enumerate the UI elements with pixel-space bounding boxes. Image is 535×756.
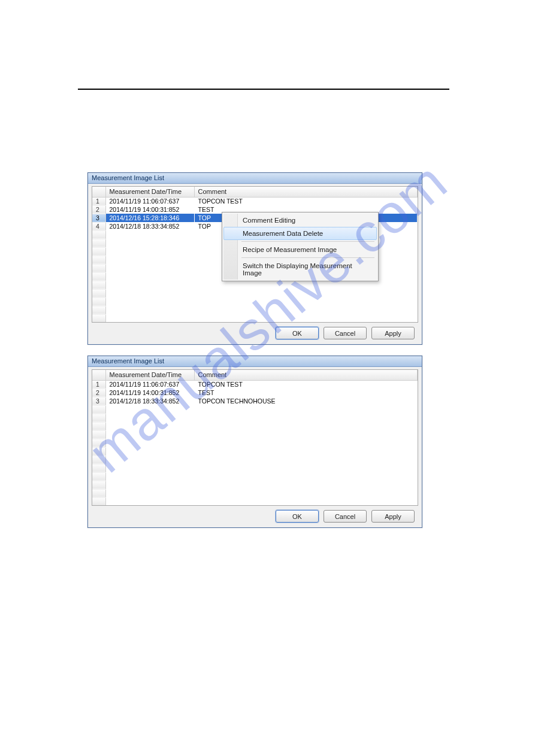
table-row-empty: . xyxy=(92,447,418,456)
col-header-date[interactable]: Measurement Date/Time xyxy=(105,370,194,380)
measurement-image-list-dialog-bottom: Measurement Image List Measurement Date/… xyxy=(87,356,422,528)
ok-button[interactable]: OK xyxy=(276,510,319,523)
image-list-table-wrap[interactable]: Measurement Date/Time Comment 1 2014/11/… xyxy=(92,369,418,506)
table-row-empty: . xyxy=(92,422,418,430)
menu-item-switch-displaying-image[interactable]: Switch the Displaying Measurement Image xyxy=(223,259,377,280)
cell-comment: TEST xyxy=(194,388,418,397)
cell-rownum: 3 xyxy=(92,214,105,222)
context-menu[interactable]: Comment Editing Measurement Data Delete … xyxy=(222,212,379,281)
table-row[interactable]: 1 2014/11/19 11:06:07:637 TOPCON TEST xyxy=(92,380,418,388)
menu-separator xyxy=(241,241,374,242)
menu-separator xyxy=(241,257,374,258)
table-row-empty: . xyxy=(92,405,418,414)
col-header-rownum[interactable] xyxy=(92,187,105,197)
cell-rownum: 2 xyxy=(92,388,105,397)
table-row-empty: . xyxy=(92,464,418,472)
table-row-empty: . xyxy=(92,297,418,306)
cancel-button[interactable]: Cancel xyxy=(324,510,367,523)
cell-rownum: 1 xyxy=(92,197,105,205)
table-row-empty: . xyxy=(92,314,418,323)
cell-comment: TOPCON TEST xyxy=(194,197,418,205)
table-row-empty: . xyxy=(92,439,418,447)
cell-date: 2014/11/19 11:06:07:637 xyxy=(105,197,194,205)
apply-button[interactable]: Apply xyxy=(371,327,415,339)
dialog-button-row: OK Cancel Apply xyxy=(276,327,415,339)
cell-date: 2014/12/18 18:33:34:852 xyxy=(105,222,194,230)
cell-rownum: 3 xyxy=(92,397,105,405)
cell-date: 2014/11/19 14:00:31:852 xyxy=(105,205,194,214)
apply-button[interactable]: Apply xyxy=(371,510,415,523)
image-list-table: Measurement Date/Time Comment 1 2014/11/… xyxy=(92,370,418,506)
cell-date: 2014/12/16 15:28:18:346 xyxy=(105,214,194,222)
cell-comment: TOPCON TECHNOHOUSE xyxy=(194,397,418,405)
cell-date: 2014/11/19 11:06:07:637 xyxy=(105,380,194,388)
dialog-title: Measurement Image List xyxy=(88,173,422,184)
col-header-date[interactable]: Measurement Date/Time xyxy=(105,187,194,197)
table-row[interactable]: 3 2014/12/18 18:33:34:852 TOPCON TECHNOH… xyxy=(92,397,418,405)
table-row-empty: . xyxy=(92,497,418,506)
table-row-empty: . xyxy=(92,472,418,481)
cancel-button[interactable]: Cancel xyxy=(324,327,367,339)
table-row-empty: . xyxy=(92,481,418,489)
cell-rownum: 2 xyxy=(92,205,105,214)
col-header-comment[interactable]: Comment xyxy=(194,187,418,197)
page-horizontal-rule xyxy=(78,89,449,90)
table-row-empty: . xyxy=(92,456,418,464)
table-row-empty: . xyxy=(92,306,418,314)
menu-item-measurement-data-delete[interactable]: Measurement Data Delete xyxy=(223,227,377,240)
menu-item-recipe-measurement-image[interactable]: Recipe of Measurement Image xyxy=(223,243,377,256)
table-row[interactable]: 2 2014/11/19 14:00:31:852 TEST xyxy=(92,388,418,397)
table-row[interactable]: 1 2014/11/19 11:06:07:637 TOPCON TEST xyxy=(92,197,418,205)
table-row-empty: . xyxy=(92,281,418,289)
table-row-empty: . xyxy=(92,430,418,439)
dialog-body: Measurement Date/Time Comment 1 2014/11/… xyxy=(88,367,422,506)
cell-rownum: 1 xyxy=(92,380,105,388)
table-row-empty: . xyxy=(92,489,418,497)
col-header-comment[interactable]: Comment xyxy=(194,370,418,380)
table-row-empty: . xyxy=(92,414,418,422)
cell-date: 2014/11/19 14:00:31:852 xyxy=(105,388,194,397)
dialog-title: Measurement Image List xyxy=(88,356,422,367)
table-row-empty: . xyxy=(92,289,418,297)
ok-button[interactable]: OK xyxy=(276,327,319,339)
cell-comment: TOPCON TEST xyxy=(194,380,418,388)
dialog-button-row: OK Cancel Apply xyxy=(276,510,415,523)
cell-date: 2014/12/18 18:33:34:852 xyxy=(105,397,194,405)
col-header-rownum[interactable] xyxy=(92,370,105,380)
cell-rownum: 4 xyxy=(92,222,105,230)
menu-item-comment-editing[interactable]: Comment Editing xyxy=(223,214,377,227)
